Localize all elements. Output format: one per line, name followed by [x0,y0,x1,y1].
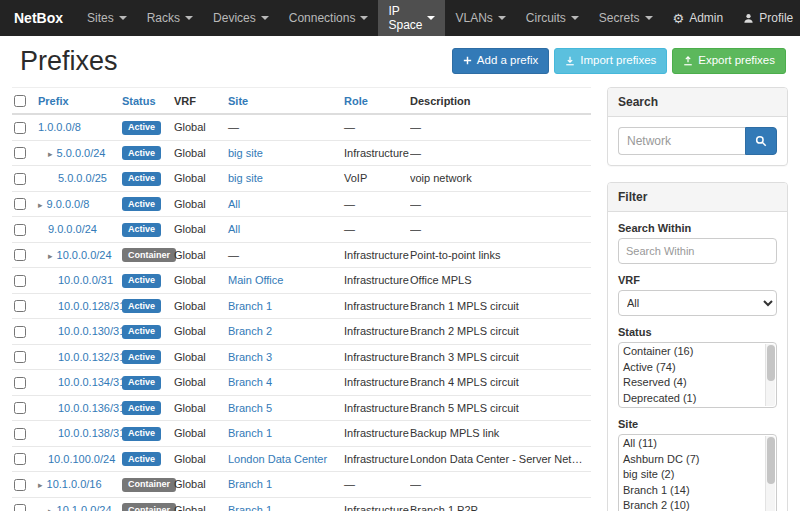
site-link[interactable]: big site [228,172,263,184]
prefix-cell: 10.0.0.134/31 [38,370,122,396]
description-cell: — [410,140,591,166]
site-link[interactable]: Branch 1 [228,478,272,490]
row-checkbox[interactable] [14,275,26,287]
prefix-link[interactable]: 5.0.0.0/24 [57,147,106,159]
nav-item-circuits[interactable]: Circuits [516,0,589,36]
status-listbox[interactable]: Container (16)Active (74)Reserved (4)Dep… [618,342,777,408]
site-label: Site [618,418,777,430]
vrf-cell: Global [174,114,228,140]
search-button[interactable] [745,127,777,155]
site-link[interactable]: All [228,223,240,235]
hierarchy-expand-icon: ▸ [48,149,53,159]
row-checkbox[interactable] [14,147,26,159]
prefix-link[interactable]: 9.0.0.0/24 [48,223,97,235]
column-sort-site[interactable]: Site [228,95,248,107]
nav-item-ip-space[interactable]: IP Space [378,0,445,36]
row-checkbox[interactable] [14,453,26,465]
site-link[interactable]: Branch 2 [228,325,272,337]
prefix-link[interactable]: 10.0.0.136/31 [58,402,125,414]
site-link[interactable]: London Data Center [228,453,327,465]
prefix-cell: 1.0.0.0/8 [38,114,122,140]
row-checkbox[interactable] [14,351,26,363]
filter-option[interactable]: Active (74) [620,360,763,376]
site-link[interactable]: Branch 5 [228,402,272,414]
filter-option[interactable]: Container (16) [620,344,763,360]
row-checkbox[interactable] [14,326,26,338]
nav-item-devices[interactable]: Devices [203,0,279,36]
site-link[interactable]: big site [228,147,263,159]
prefix-link[interactable]: 9.0.0.0/8 [47,198,90,210]
row-checkbox[interactable] [14,377,26,389]
column-sort-prefix[interactable]: Prefix [38,95,69,107]
add-prefix-button[interactable]: Add a prefix [452,48,549,74]
row-checkbox[interactable] [14,402,26,414]
row-checkbox[interactable] [14,173,26,185]
row-checkbox[interactable] [14,249,26,261]
prefix-link[interactable]: 10.0.0.0/31 [58,274,113,286]
status-badge: Container [122,503,176,511]
row-checkbox[interactable] [14,122,26,134]
vrf-cell: Global [174,191,228,217]
site-cell: big site [228,140,344,166]
filter-option[interactable]: Branch 2 (10) [620,498,763,511]
row-checkbox[interactable] [14,479,26,491]
nav-item-sites[interactable]: Sites [77,0,137,36]
prefix-link[interactable]: 10.0.100.0/24 [48,453,115,465]
vrf-cell: Global [174,344,228,370]
prefix-cell: 10.0.0.130/31 [38,319,122,345]
site-link[interactable]: Branch 1 [228,427,272,439]
row-checkbox[interactable] [14,300,26,312]
prefix-link[interactable]: 10.0.0.134/31 [58,376,125,388]
nav-item-label: Devices [213,11,256,25]
filter-option[interactable]: big site (2) [620,467,763,483]
site-link[interactable]: Main Office [228,274,283,286]
prefix-link[interactable]: 10.0.0.0/24 [57,249,112,261]
site-link[interactable]: Branch 3 [228,351,272,363]
row-checkbox[interactable] [14,198,26,210]
prefix-cell: ▸9.0.0.0/8 [38,191,122,217]
row-checkbox[interactable] [14,504,26,511]
site-link[interactable]: Branch 1 [228,300,272,312]
nav-item-connections[interactable]: Connections [279,0,379,36]
search-within-input[interactable] [618,238,777,264]
status-scrollbar[interactable] [765,344,775,406]
column-sort-role[interactable]: Role [344,95,368,107]
filter-option[interactable]: Deprecated (1) [620,391,763,407]
prefix-link[interactable]: 10.0.0.128/31 [58,300,125,312]
nav-item-secrets[interactable]: Secrets [589,0,663,36]
import-prefixes-button[interactable]: Import prefixes [554,48,667,74]
site-link[interactable]: All [228,198,240,210]
prefix-link[interactable]: 10.1.0.0/24 [57,504,112,511]
prefix-link[interactable]: 10.0.0.130/31 [58,325,125,337]
site-scrollbar[interactable] [765,436,775,511]
nav-item-label: Secrets [599,11,640,25]
select-all-checkbox[interactable] [14,95,26,107]
search-input[interactable] [618,127,745,155]
row-checkbox[interactable] [14,224,26,236]
site-link[interactable]: Branch 1 [228,504,272,511]
profile-link[interactable]: Profile [733,0,800,36]
prefix-link[interactable]: 1.0.0.0/8 [38,121,81,133]
plus-icon [463,56,472,65]
prefix-cell: ▸5.0.0.0/24 [38,140,122,166]
site-listbox[interactable]: All (11)Ashburn DC (7)big site (2)Branch… [618,434,777,511]
site-link[interactable]: Branch 4 [228,376,272,388]
row-checkbox[interactable] [14,428,26,440]
prefix-link[interactable]: 10.1.0.0/16 [47,478,102,490]
filter-option[interactable]: Ashburn DC (7) [620,452,763,468]
vrf-cell: Global [174,319,228,345]
filter-option[interactable]: Branch 1 (14) [620,483,763,499]
app-logo[interactable]: NetBox [0,0,77,36]
column-sort-status[interactable]: Status [122,95,156,107]
export-prefixes-button[interactable]: Export prefixes [672,48,786,74]
vrf-select[interactable]: All [618,290,777,316]
nav-item-vlans[interactable]: VLANs [445,0,515,36]
chevron-down-icon [645,16,653,20]
admin-link[interactable]: ⚙ Admin [663,0,734,36]
filter-option[interactable]: Reserved (4) [620,375,763,391]
prefix-link[interactable]: 5.0.0.0/25 [58,172,107,184]
filter-option[interactable]: All (11) [620,436,763,452]
prefix-link[interactable]: 10.0.0.138/31 [58,427,125,439]
nav-item-racks[interactable]: Racks [137,0,203,36]
prefix-link[interactable]: 10.0.0.132/31 [58,351,125,363]
